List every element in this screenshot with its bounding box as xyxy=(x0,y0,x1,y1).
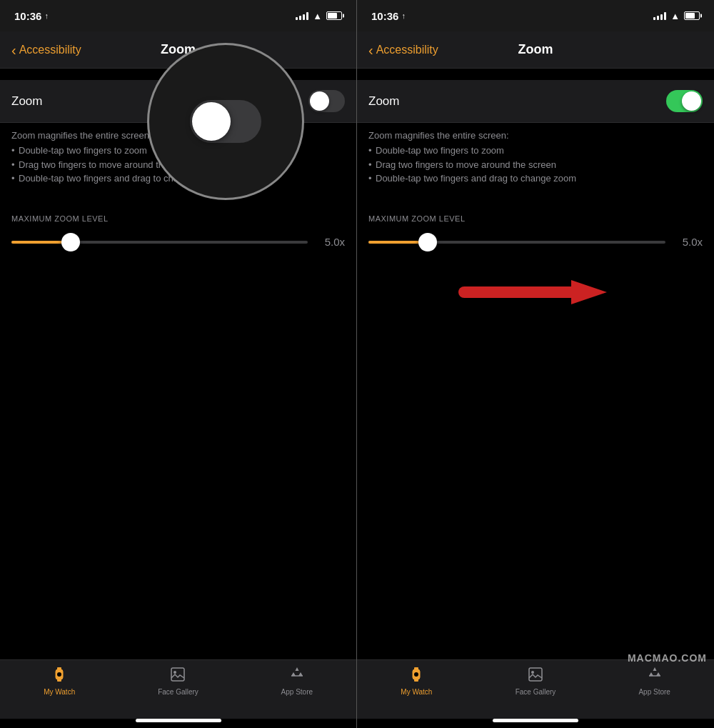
svg-point-12 xyxy=(414,672,418,677)
face-gallery-icon-right xyxy=(527,666,544,686)
desc-title-right: Zoom magnifies the entire screen: xyxy=(368,130,703,141)
face-gallery-icon-left xyxy=(169,666,186,686)
svg-point-3 xyxy=(57,672,61,677)
svg-rect-10 xyxy=(414,667,418,670)
slider-row-left: 5.0x xyxy=(11,231,345,253)
home-indicator-right xyxy=(493,719,578,722)
slider-thumb-right[interactable] xyxy=(418,233,437,251)
status-icons-right: ▲ xyxy=(653,11,700,21)
nav-back-right[interactable]: ‹ Accessibility xyxy=(368,43,480,57)
tab-my-watch-left[interactable]: My Watch xyxy=(0,666,119,696)
magnifier-overlay xyxy=(147,43,304,200)
zoom-toggle-row-right: Zoom xyxy=(357,80,714,123)
nav-title-right: Zoom xyxy=(480,42,591,57)
left-phone-panel: 10:36 ↑ ▲ ‹ Accessibility Zoom xyxy=(0,0,357,728)
content-right: Zoom Zoom magnifies the entire screen: D… xyxy=(357,69,714,659)
tab-my-watch-label-right: My Watch xyxy=(401,688,432,696)
zoom-settings-section-right: Zoom xyxy=(357,80,714,123)
chevron-left-icon: ‹ xyxy=(11,43,16,57)
tab-face-gallery-label-right: Face Gallery xyxy=(516,688,556,696)
app-store-icon-left xyxy=(288,666,306,686)
zoom-level-title-left: MAXIMUM ZOOM LEVEL xyxy=(11,214,345,223)
nav-back-label-right: Accessibility xyxy=(376,44,438,56)
slider-value-right: 5.0x xyxy=(674,236,703,248)
zoom-level-title-right: MAXIMUM ZOOM LEVEL xyxy=(368,214,703,223)
wifi-icon-right: ▲ xyxy=(670,11,680,21)
nav-back-left[interactable]: ‹ Accessibility xyxy=(11,43,123,57)
tab-face-gallery-left[interactable]: Face Gallery xyxy=(119,666,237,696)
tab-bar-left: My Watch Face Gallery App S xyxy=(0,659,356,719)
time-text-left: 10:36 xyxy=(14,10,41,22)
tab-app-store-left[interactable]: App Store xyxy=(238,666,356,696)
chevron-right-icon: ‹ xyxy=(368,43,373,57)
app-store-icon-right xyxy=(646,666,663,686)
tab-app-store-label-left: App Store xyxy=(281,688,313,696)
magnifier-thumb xyxy=(192,102,231,141)
nav-bar-right: ‹ Accessibility Zoom xyxy=(357,31,714,69)
status-icons-left: ▲ xyxy=(296,11,342,21)
toggle-thumb-right xyxy=(682,91,701,111)
zoom-toggle-left[interactable] xyxy=(308,90,345,112)
svg-rect-11 xyxy=(414,679,418,682)
svg-rect-4 xyxy=(171,668,184,681)
right-phone-panel: 10:36 ↑ ▲ ‹ Accessibility Zoom xyxy=(357,0,714,728)
battery-icon-left xyxy=(326,11,342,20)
desc-item-1-right: Double-tap two fingers to zoom xyxy=(368,144,703,158)
slider-row-right: 5.0x xyxy=(368,231,703,253)
tab-bar-right: My Watch Face Gallery App S xyxy=(357,659,714,719)
slider-value-left: 5.0x xyxy=(316,236,345,248)
tab-my-watch-right[interactable]: My Watch xyxy=(357,666,476,696)
slider-thumb-left[interactable] xyxy=(61,233,80,251)
signal-bars-right xyxy=(653,11,666,20)
zoom-label-left: Zoom xyxy=(11,94,42,109)
zoom-level-section-left: MAXIMUM ZOOM LEVEL 5.0x xyxy=(0,214,356,253)
wifi-icon-left: ▲ xyxy=(313,11,322,21)
red-arrow-svg xyxy=(457,274,614,310)
watermark: MACMAO.COM xyxy=(628,652,707,664)
svg-point-5 xyxy=(174,671,176,674)
svg-rect-1 xyxy=(57,667,61,670)
zoom-level-section-right: MAXIMUM ZOOM LEVEL 5.0x xyxy=(357,214,714,253)
toggle-thumb-left xyxy=(310,91,329,111)
signal-bars-left xyxy=(296,11,308,20)
arrow-annotation xyxy=(357,253,714,331)
slider-container-left[interactable] xyxy=(11,231,308,253)
time-left: 10:36 ↑ xyxy=(14,10,49,22)
status-bar-left: 10:36 ↑ ▲ xyxy=(0,0,356,31)
my-watch-icon-right xyxy=(408,666,425,686)
tab-app-store-right[interactable]: App Store xyxy=(595,666,714,696)
slider-container-right[interactable] xyxy=(368,231,665,253)
slider-track-left xyxy=(11,241,308,244)
battery-icon-right xyxy=(684,11,700,20)
nav-back-label-left: Accessibility xyxy=(19,44,81,56)
my-watch-icon-left xyxy=(51,666,68,686)
tab-my-watch-label-left: My Watch xyxy=(44,688,75,696)
desc-item-2-right: Drag two fingers to move around the scre… xyxy=(368,158,703,172)
tab-face-gallery-label-left: Face Gallery xyxy=(158,688,198,696)
svg-point-14 xyxy=(531,671,534,674)
description-section-right: Zoom magnifies the entire screen: Double… xyxy=(357,123,714,197)
tab-face-gallery-right[interactable]: Face Gallery xyxy=(476,666,595,696)
location-arrow-icon-left: ↑ xyxy=(44,11,49,20)
svg-rect-13 xyxy=(529,668,542,681)
time-right: 10:36 ↑ xyxy=(371,10,406,22)
time-text-right: 10:36 xyxy=(371,10,398,22)
svg-marker-8 xyxy=(571,280,607,304)
zoom-toggle-right[interactable] xyxy=(666,90,703,112)
status-bar-right: 10:36 ↑ ▲ xyxy=(357,0,714,31)
zoom-label-right: Zoom xyxy=(368,94,399,109)
tab-app-store-label-right: App Store xyxy=(638,688,670,696)
slider-track-right xyxy=(368,241,665,244)
desc-item-3-right: Double-tap two fingers and drag to chang… xyxy=(368,171,703,186)
location-arrow-icon-right: ↑ xyxy=(401,11,406,20)
home-indicator-left xyxy=(136,719,221,722)
svg-rect-2 xyxy=(57,679,61,682)
magnifier-toggle-display xyxy=(190,100,261,143)
